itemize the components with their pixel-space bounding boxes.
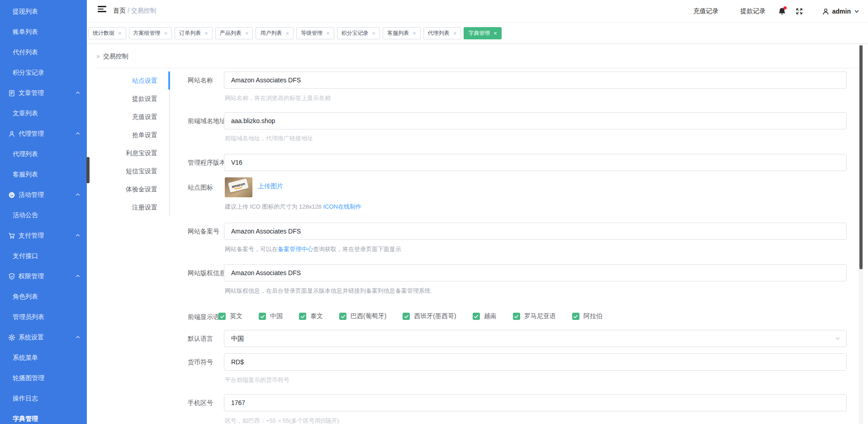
language-checkbox-4[interactable]: 西班牙(墨西哥) (403, 312, 456, 320)
tab-close-icon[interactable]: × (204, 30, 208, 36)
sidebar-item-label: 轮播图管理 (13, 374, 44, 382)
tab-label: 订单列表 (179, 29, 201, 37)
tab-1[interactable]: 方案组管理× (129, 27, 172, 39)
subnav-item-2[interactable]: 充值设置 (99, 108, 169, 126)
language-checkbox-7[interactable]: 阿拉伯 (572, 312, 602, 320)
tab-6[interactable]: 积分宝记录× (337, 27, 380, 39)
language-label: 英文 (230, 312, 242, 320)
sidebar-item-0[interactable]: 提现列表 (0, 1, 87, 22)
checkbox-checked-icon (339, 313, 346, 320)
tab-close-icon[interactable]: × (164, 30, 168, 36)
sidebar-item-5[interactable]: 文章列表 (0, 103, 87, 124)
language-checkbox-3[interactable]: 巴西(葡萄牙) (339, 312, 386, 320)
checkbox-checked-icon (473, 313, 480, 320)
domain-input[interactable] (224, 112, 847, 129)
language-label: 西班牙(墨西哥) (414, 312, 456, 320)
top-navbar: 首页 / 交易控制 充值记录 提款记录 (87, 0, 868, 23)
tab-close-icon[interactable]: × (326, 30, 330, 36)
language-checkbox-1[interactable]: 中国 (259, 312, 283, 320)
default-language-value: 中国 (231, 335, 244, 342)
content-scrollbar-thumb[interactable] (859, 45, 863, 269)
sidebar-item-14[interactable]: 角色列表 (0, 286, 87, 307)
language-checkbox-0[interactable]: 英文 (218, 312, 242, 320)
subnav-item-5[interactable]: 短信宝设置 (99, 162, 169, 180)
tab-2[interactable]: 订单列表× (175, 27, 213, 39)
language-checkbox-6[interactable]: 罗马尼亚语 (513, 312, 556, 320)
sidebar-item-4-group[interactable]: 文章管理 (0, 83, 87, 103)
notification-bell-icon[interactable] (778, 7, 787, 16)
icp-center-link[interactable]: 备案管理中心 (278, 246, 313, 252)
sidebar-item-12[interactable]: 支付接口 (0, 246, 87, 266)
subnav-item-6[interactable]: 体验金设置 (99, 180, 169, 198)
version-input[interactable] (224, 154, 847, 171)
breadcrumb-home[interactable]: 首页 (113, 7, 126, 14)
tab-9[interactable]: 字典管理× (464, 27, 502, 39)
site-favicon-preview: amazon (225, 177, 252, 197)
sidebar-item-2[interactable]: 代付列表 (0, 42, 87, 62)
sidebar-item-11-group[interactable]: 支付管理 (0, 225, 87, 246)
language-checkbox-2[interactable]: 泰文 (299, 312, 323, 320)
tab-label: 等级管理 (301, 29, 323, 37)
tab-label: 代理列表 (428, 29, 450, 37)
copyright-input[interactable] (224, 264, 847, 281)
language-label: 罗马尼亚语 (524, 312, 556, 320)
currency-input[interactable] (224, 353, 847, 371)
tab-0[interactable]: 统计数据× (88, 27, 126, 39)
sidebar-item-13-group[interactable]: 权限管理 (0, 266, 87, 286)
tab-close-icon[interactable]: × (493, 30, 497, 36)
checkbox-checked-icon (299, 313, 306, 320)
recharge-records-link[interactable]: 充值记录 (693, 7, 719, 15)
sidebar-item-20[interactable]: 字典管理 (0, 409, 87, 424)
sidebar-item-7[interactable]: 代理列表 (0, 144, 87, 164)
subnav-item-0[interactable]: 站点设置 (99, 71, 169, 90)
admin-menu[interactable]: admin (822, 8, 860, 15)
sidebar-item-1[interactable]: 账单列表 (0, 22, 87, 42)
sidebar-item-18[interactable]: 轮播图管理 (0, 368, 87, 388)
subnav-item-7[interactable]: 注册设置 (99, 198, 169, 216)
subnav-item-1[interactable]: 提款设置 (99, 90, 169, 108)
tab-close-icon[interactable]: × (372, 30, 376, 36)
withdraw-records-link[interactable]: 提款记录 (740, 7, 766, 15)
tab-label: 字典管理 (468, 29, 490, 37)
tab-close-icon[interactable]: × (118, 30, 122, 36)
tab-label: 客服列表 (387, 29, 409, 37)
tab-label: 产品列表 (220, 29, 242, 37)
tab-7[interactable]: 客服列表× (383, 27, 421, 39)
language-checkbox-5[interactable]: 越南 (473, 312, 497, 320)
phone-code-input[interactable] (224, 394, 847, 411)
sidebar-item-3[interactable]: 积分宝记录 (0, 62, 87, 83)
tab-close-icon[interactable]: × (245, 30, 249, 36)
select-chevron-down-icon (835, 335, 841, 342)
tab-4[interactable]: 用户列表× (256, 27, 294, 39)
tab-close-icon[interactable]: × (413, 30, 416, 36)
icp-input[interactable] (224, 223, 847, 240)
page-header: »交易控制 (96, 52, 128, 61)
sidebar-item-9-group[interactable]: 活动管理 (0, 185, 87, 205)
tab-close-icon[interactable]: × (453, 30, 457, 36)
sidebar-item-6-group[interactable]: 代理管理 (0, 124, 87, 144)
hamburger-icon[interactable] (98, 6, 107, 13)
default-language-select[interactable]: 中国 (224, 330, 847, 347)
sidebar-item-8[interactable]: 客服列表 (0, 164, 87, 185)
tab-5[interactable]: 等级管理× (296, 27, 334, 39)
subnav-item-4[interactable]: 利息宝设置 (99, 144, 169, 162)
icon-maker-link[interactable]: ICON在线制作 (323, 203, 361, 210)
sidebar-item-15[interactable]: 管理员列表 (0, 307, 87, 327)
subnav-item-3[interactable]: 抢单设置 (99, 126, 169, 144)
tab-close-icon[interactable]: × (285, 30, 289, 36)
sidebar-item-10[interactable]: 活动公告 (0, 205, 87, 225)
sidebar-item-label: 系统菜单 (13, 354, 38, 362)
sidebar-item-label: 活动公告 (13, 211, 38, 219)
sidebar-scrollbar-thumb[interactable] (86, 157, 90, 183)
upload-image-link[interactable]: 上传图片 (258, 182, 283, 191)
site-name-input[interactable] (224, 71, 847, 89)
language-label: 泰文 (310, 312, 323, 320)
article-icon (8, 90, 15, 97)
checkbox-checked-icon (513, 313, 520, 320)
sidebar-item-16-group[interactable]: 系统设置 (0, 327, 87, 348)
tab-3[interactable]: 产品列表× (215, 27, 253, 39)
sidebar-item-17[interactable]: 系统菜单 (0, 348, 87, 368)
sidebar-item-19[interactable]: 操作日志 (0, 388, 87, 409)
tab-8[interactable]: 代理列表× (423, 27, 461, 39)
fullscreen-icon[interactable] (795, 7, 804, 16)
